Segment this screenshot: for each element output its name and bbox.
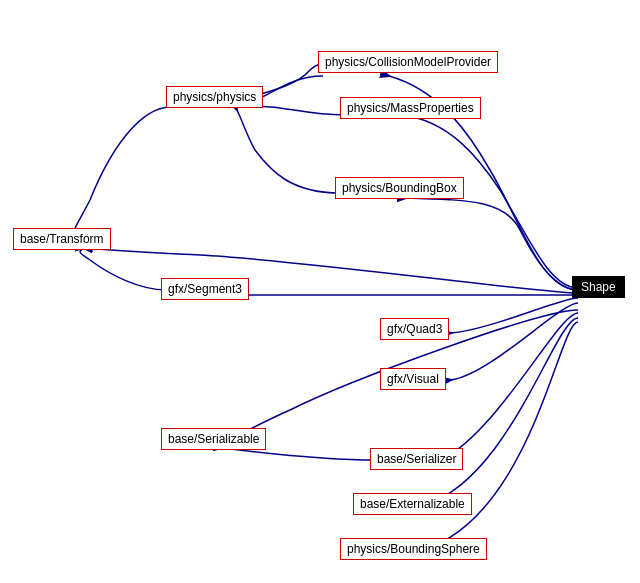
node-physics-physics: physics/physics: [166, 86, 263, 108]
arrows-svg: [0, 0, 640, 583]
node-base-Externalizable: base/Externalizable: [353, 493, 472, 515]
node-gfx-Segment3: gfx/Segment3: [161, 278, 249, 300]
node-Shape: Shape: [572, 276, 625, 298]
node-base-Transform: base/Transform: [13, 228, 111, 250]
node-MassProperties: physics/MassProperties: [340, 97, 481, 119]
node-base-Serializable: base/Serializable: [161, 428, 266, 450]
node-CollisionModelProvider: physics/CollisionModelProvider: [318, 51, 498, 73]
node-gfx-Visual: gfx/Visual: [380, 368, 446, 390]
node-BoundingSphere: physics/BoundingSphere: [340, 538, 487, 560]
node-base-Serializer: base/Serializer: [370, 448, 463, 470]
node-gfx-Quad3: gfx/Quad3: [380, 318, 449, 340]
node-BoundingBox: physics/BoundingBox: [335, 177, 464, 199]
diagram-container: Shape physics/physics physics/CollisionM…: [0, 0, 640, 583]
